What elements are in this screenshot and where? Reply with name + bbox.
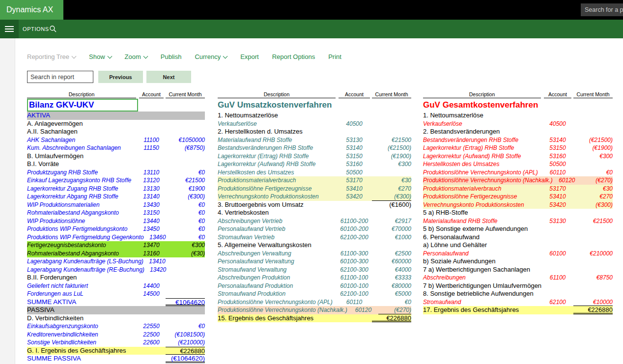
search-in-report-input[interactable] xyxy=(27,71,93,83)
report-row-detail[interactable]: Geliefert nicht fakturiert14400 xyxy=(27,282,205,290)
row-value xyxy=(372,120,411,128)
report-row-detail[interactable]: Sonstige Verbindlichkeiten22600(€210000) xyxy=(27,338,205,347)
report-row-detail[interactable]: Produktionslöhne Fertigerzeugnisse53410€… xyxy=(218,185,411,193)
report-row-detail[interactable]: WIP Produktionsmaterialien13430€0 xyxy=(27,201,205,209)
row-value: €0 xyxy=(166,225,205,233)
report-row-sec: A. Anlagevermögen xyxy=(27,120,205,128)
report-row-detail[interactable]: Lagerkorrektur Abgang RHB Stoffe13140(€3… xyxy=(27,193,205,201)
row-account: 53130 xyxy=(339,136,370,144)
report-row-detail[interactable]: Produktionslöhne Verrechnungskonto (APL)… xyxy=(218,298,411,307)
row-description: Produktionslöhne Verrechnungskonto (APL) xyxy=(218,298,336,307)
toolbar-currency[interactable]: Currency xyxy=(195,53,227,60)
toolbar-publish[interactable]: Publish xyxy=(161,53,182,60)
report-row-detail[interactable]: Einkaufsabgrenzungskonto22550€0 xyxy=(27,322,205,331)
row-account: 50500 xyxy=(339,168,370,177)
row-description: Personalaufwand Produktion xyxy=(218,282,336,290)
hamburger-menu-button[interactable] xyxy=(0,20,19,38)
report-row-detail[interactable]: Produktionslöhne Fertigerzeugnisse53410€… xyxy=(423,193,613,201)
report-row-detail[interactable]: Produktions WIP Fertigmeldungskonto13450… xyxy=(27,225,205,233)
report-row-detail[interactable]: Produktionsmaterialverbrauch53170€30 xyxy=(218,176,411,185)
report-row-detail[interactable]: Produktionslöhne Verrechnungskonto (Nach… xyxy=(423,176,613,185)
row-account: 53410 xyxy=(544,193,571,201)
report-row-detail[interactable]: Lagerkorrektur (Ertrag) RHB Stoffe53150(… xyxy=(423,144,613,152)
report-row-detail[interactable]: Einkauf Lagerzugangskonto RHB Stoffe1312… xyxy=(27,176,205,185)
report-row-detail[interactable]: Personalaufwand Verwaltung60100-300€6000… xyxy=(218,257,411,266)
report-row-detail[interactable]: Stromaufwand Produktion62100-100€5000 xyxy=(218,290,411,298)
report-row-detail[interactable]: Abschreibungen61100€8750 xyxy=(423,274,613,282)
toolbar-print[interactable]: Print xyxy=(328,53,341,60)
column-header-account: Account xyxy=(544,91,571,98)
row-value xyxy=(170,257,205,266)
report-row-detail[interactable]: Lagerkorrektur (Ertrag) RHB Stoffe53150(… xyxy=(218,152,411,161)
report-row-detail[interactable]: Verkaufserlöse40500 xyxy=(423,120,613,128)
report-row-detail[interactable]: Lagerkorrektur (Aufwand) RHB Stoffe53160… xyxy=(218,160,411,168)
toolbar-report-options[interactable]: Report Options xyxy=(272,53,315,60)
report-title: GuV Umsatzkostenverfahren xyxy=(218,100,332,110)
global-search-input[interactable] xyxy=(581,3,623,16)
report-row-sec: 8. Sonstige betriebliche Aufwendungen xyxy=(423,290,613,298)
report-row-detail[interactable]: Rohmaterialbestand Abgangskonto13160(€30… xyxy=(27,250,205,258)
report-row-detail[interactable]: Produktions WIP Fertigmeldung Gegenkonto… xyxy=(27,233,205,242)
report-row-detail[interactable]: Stromaufwand Verwaltung62100-300€4000 xyxy=(218,266,411,274)
report-row-detail[interactable]: AHK Sachanlagen11100€1050000 xyxy=(27,136,205,144)
report-row-detail[interactable]: Produktzugang RHB Stoffe13110€0 xyxy=(27,168,205,177)
row-description: B. Umlaufvermögen xyxy=(27,152,136,161)
column-header-current-month: Current Month xyxy=(372,91,411,98)
next-button[interactable]: Next xyxy=(146,71,191,83)
report-row-detail[interactable]: Verrechnungskonto Produktionskosten53420… xyxy=(218,193,411,201)
report-row-detail[interactable]: Fertigerzeugnisbestandskonto13470€300 xyxy=(27,241,205,250)
toolbar-export[interactable]: Export xyxy=(240,53,259,60)
column-header-current-month: Current Month xyxy=(573,91,613,98)
report-row-detail[interactable]: Produktionslöhne Verrechnungskonto (APL)… xyxy=(423,168,613,177)
toolbar-show[interactable]: Show xyxy=(89,53,112,60)
row-value xyxy=(574,282,613,290)
row-value: €3333 xyxy=(372,274,411,282)
row-account: 13440 xyxy=(139,217,164,225)
report-row-detail[interactable]: Kreditorenverbindlichkeiten22500(€108150… xyxy=(27,331,205,339)
row-value: €0 xyxy=(166,209,205,217)
app-brand: Dynamics AX xyxy=(0,0,63,20)
report-row-detail[interactable]: Abschreibungen Verwaltung61100-300€2500 xyxy=(218,250,411,258)
row-account: 13110 xyxy=(139,168,164,177)
report-row-detail[interactable]: Personalaufwand Vertrieb60100-200€70000 xyxy=(218,225,411,233)
report-row-detail[interactable]: Produktionsmaterialverbrauch53170€30 xyxy=(423,185,613,193)
row-description: Rohmaterialbestand Abgangskonto xyxy=(27,250,136,258)
row-description: Lagerkorrektur Abgang RHB Stoffe xyxy=(27,193,136,201)
report-row-detail[interactable]: Lagerkorrektur (Aufwand) RHB Stoffe53160… xyxy=(423,152,613,161)
report-row-detail[interactable]: Herstellkosten des Umsatzes50500 xyxy=(423,160,613,168)
row-account xyxy=(544,290,571,298)
report-row-detail[interactable]: Lagerabgang Kundenaufträge (LS-Buchung)1… xyxy=(27,257,205,266)
report-row-detail[interactable]: Produktionslöhne Verrechnungskonto (Nach… xyxy=(218,306,411,314)
collapsed-nav-panel[interactable] xyxy=(0,38,15,364)
row-account: 13120 xyxy=(139,176,164,185)
report-row-detail[interactable]: Bestandsveränderungen RHB Stoffe53140(€2… xyxy=(218,144,411,152)
toolbar-zoom[interactable]: Zoom xyxy=(125,53,147,60)
report-row-detail[interactable]: Kum. Abschreibungen Sachanlagen11150(€87… xyxy=(27,144,205,152)
report-row-detail[interactable]: Abschreibungen Produktion61100-100€3333 xyxy=(218,274,411,282)
row-value: (€300) xyxy=(573,201,613,209)
report-row-detail[interactable]: Personalaufwand60100€210000 xyxy=(423,250,613,258)
options-menu[interactable]: OPTIONS xyxy=(23,20,49,38)
search-icon[interactable] xyxy=(49,25,57,33)
report-row-detail[interactable]: Materialaufwand RHB Stoffe53130€21500 xyxy=(423,217,613,225)
report-row-detail[interactable]: Bestandsveränderungen RHB Stoffe53140(€2… xyxy=(423,136,613,144)
row-account: 61100-100 xyxy=(339,274,370,282)
report-row-detail[interactable]: Stromaufwan Vertrieb62100-200€1000 xyxy=(218,233,411,242)
report-row-detail[interactable]: Lagerkorrektur Zugang RHB Stoffe13130€19… xyxy=(27,185,205,193)
report-row-detail[interactable]: WIP Produktionslöhne13440€0 xyxy=(27,217,205,225)
row-value: (€210000) xyxy=(166,338,205,347)
report-row-detail[interactable]: Lagerabgang Kundenaufträge (RE-Buchung)1… xyxy=(27,266,205,274)
report-row-detail[interactable]: Abschreibungen Vertrieb61100-200€2917 xyxy=(218,217,411,225)
report-row-detail[interactable]: Herstellkosten des Umsatzes50500 xyxy=(218,168,411,177)
report-row-detail[interactable]: Rohmaterialbestand Abgangskonto13150€0 xyxy=(27,209,205,217)
report-row-detail[interactable]: Verrechnungskonto Produktionskosten53420… xyxy=(423,201,613,209)
report-row-detail[interactable]: Personalaufwand Produktion60100-100€8000… xyxy=(218,282,411,290)
previous-button[interactable]: Previous xyxy=(98,71,143,83)
report-row-detail[interactable]: Materialaufwand RHB Stoffe53130€21500 xyxy=(218,136,411,144)
report-row-detail[interactable]: Stromaufwand62100€10000 xyxy=(423,298,613,307)
row-description: 7 a) Wertberichtigungen Sachanlagen xyxy=(423,266,541,274)
row-value xyxy=(166,160,205,168)
report-row-detail[interactable]: Verkaufserlöse40500 xyxy=(218,120,411,128)
top-bar: Dynamics AX xyxy=(0,0,623,20)
report-row-detail[interactable]: Forderungen aus LuL14500 xyxy=(27,290,205,298)
